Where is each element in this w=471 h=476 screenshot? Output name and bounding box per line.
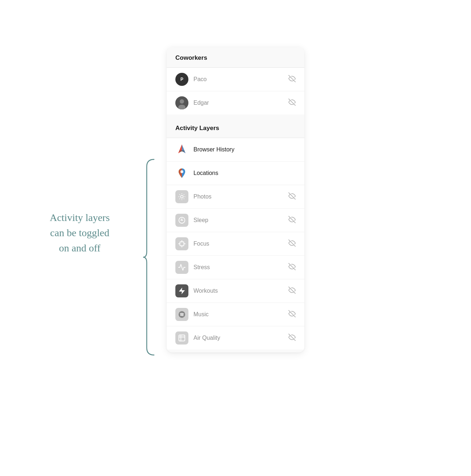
layer-air-quality[interactable]: Air Quality xyxy=(167,326,304,350)
photos-label: Photos xyxy=(193,193,288,200)
svg-point-3 xyxy=(180,99,184,104)
stress-visibility-icon[interactable] xyxy=(288,263,296,272)
coworker-edgar[interactable]: Edgar xyxy=(167,91,304,114)
annotation-line2: can be toggled xyxy=(50,227,109,238)
sleep-visibility-icon[interactable] xyxy=(288,216,296,225)
coworker-edgar-name: Edgar xyxy=(193,100,288,106)
coworker-paco[interactable]: P Paco xyxy=(167,68,304,91)
paco-visibility-icon[interactable] xyxy=(288,75,296,84)
locations-icon xyxy=(175,167,188,180)
main-panel: Coworkers P Paco xyxy=(167,47,304,352)
locations-label: Locations xyxy=(193,170,296,176)
layer-photos[interactable]: Photos xyxy=(167,185,304,209)
air-quality-icon xyxy=(175,331,188,345)
svg-marker-24 xyxy=(179,288,185,294)
workouts-icon xyxy=(175,284,188,297)
coworker-paco-name: Paco xyxy=(193,76,288,83)
coworkers-section: Coworkers P Paco xyxy=(167,47,304,114)
photos-visibility-icon[interactable] xyxy=(288,192,296,201)
layer-browser-history[interactable]: Browser History xyxy=(167,138,304,162)
music-visibility-icon[interactable] xyxy=(288,310,296,319)
stress-label: Stress xyxy=(193,264,288,271)
avatar-paco: P xyxy=(175,73,188,86)
photos-icon xyxy=(175,190,188,203)
svg-point-10 xyxy=(180,195,183,198)
sleep-label: Sleep xyxy=(193,217,288,224)
layer-sleep[interactable]: Sleep xyxy=(167,209,304,232)
annotation-line3: on and off xyxy=(59,242,101,254)
stress-icon xyxy=(175,261,188,274)
svg-point-9 xyxy=(180,170,183,173)
annotation-text: Activity layers can be toggled on and of… xyxy=(29,210,130,256)
activity-layers-section: Activity Layers Browser History xyxy=(167,114,304,352)
layer-stress[interactable]: Stress xyxy=(167,256,304,279)
focus-label: Focus xyxy=(193,241,288,247)
air-quality-visibility-icon[interactable] xyxy=(288,334,296,342)
coworkers-title: Coworkers xyxy=(175,54,296,62)
svg-rect-28 xyxy=(179,335,185,341)
layer-music[interactable]: Music xyxy=(167,303,304,326)
avatar-edgar xyxy=(175,96,188,109)
activity-layers-header: Activity Layers xyxy=(167,117,304,138)
layer-workouts[interactable]: Workouts xyxy=(167,279,304,303)
bracket-decoration xyxy=(143,156,158,359)
activity-layers-title: Activity Layers xyxy=(175,125,296,132)
workouts-label: Workouts xyxy=(193,288,288,294)
workouts-visibility-icon[interactable] xyxy=(288,287,296,295)
layer-focus[interactable]: Focus xyxy=(167,232,304,256)
sleep-icon xyxy=(175,214,188,227)
edgar-visibility-icon[interactable] xyxy=(288,99,296,108)
music-icon xyxy=(175,308,188,321)
air-quality-label: Air Quality xyxy=(193,335,288,341)
browser-history-icon xyxy=(175,143,188,156)
browser-history-label: Browser History xyxy=(193,146,296,153)
annotation-line1: Activity layers xyxy=(50,212,110,223)
focus-icon xyxy=(175,237,188,250)
coworkers-header: Coworkers xyxy=(167,47,304,67)
svg-rect-15 xyxy=(181,220,181,220)
svg-rect-17 xyxy=(180,242,184,246)
music-label: Music xyxy=(193,311,288,318)
focus-visibility-icon[interactable] xyxy=(288,239,296,248)
layer-locations[interactable]: Locations xyxy=(167,162,304,185)
svg-text:P: P xyxy=(180,77,183,82)
